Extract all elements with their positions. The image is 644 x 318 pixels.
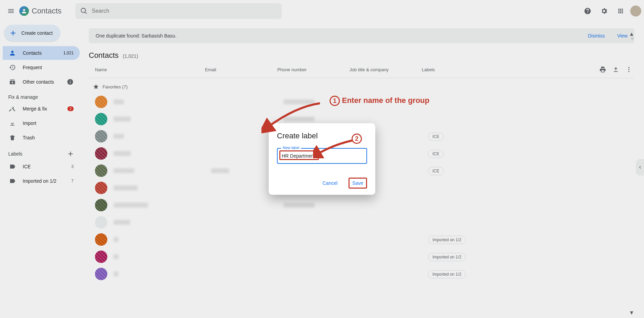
annotation-step1-num: 1	[330, 96, 340, 106]
annotation-highlight-save: Save	[348, 178, 367, 189]
modal-overlay: Create label New label Cancel Save	[0, 0, 644, 318]
save-button[interactable]: Save	[352, 180, 363, 186]
annotation-step1: 1Enter name of the group	[330, 96, 429, 106]
label-name-input[interactable]	[282, 153, 362, 159]
field-floating-label: New label	[281, 146, 301, 150]
label-name-field[interactable]: New label	[277, 148, 367, 164]
cancel-button[interactable]: Cancel	[319, 178, 341, 189]
annotation-step1-text: Enter name of the group	[342, 96, 429, 105]
annotation-step2-num: 2	[352, 134, 362, 144]
